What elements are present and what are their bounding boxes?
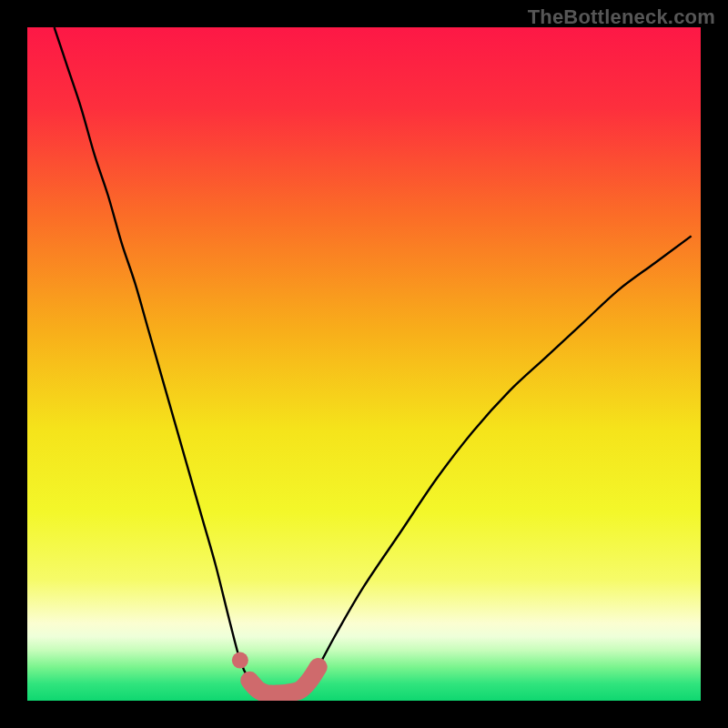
highlight-dot [232, 652, 248, 669]
curve-layer [27, 27, 701, 701]
highlight-band [249, 667, 318, 694]
watermark-text: TheBottleneck.com [528, 5, 715, 29]
bottleneck-curve [55, 27, 692, 694]
plot-area [27, 27, 701, 701]
chart-frame: TheBottleneck.com [0, 0, 728, 728]
